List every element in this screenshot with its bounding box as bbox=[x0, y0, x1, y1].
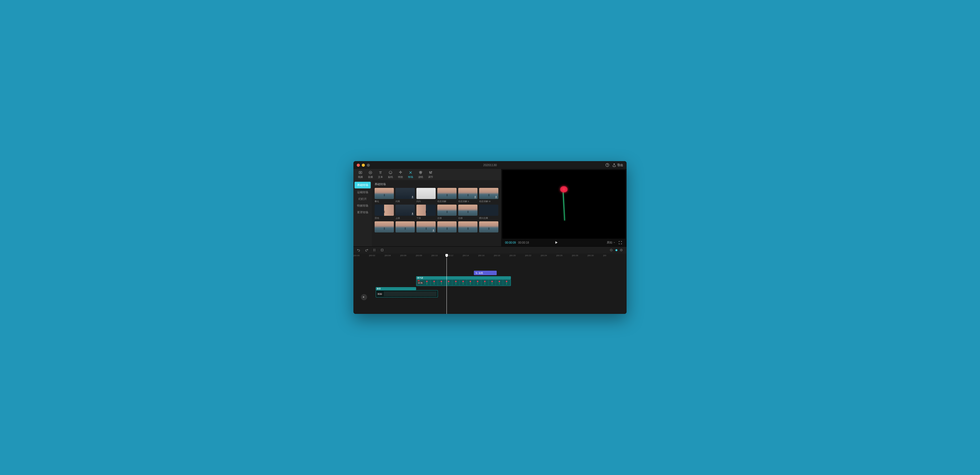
sidebar-item-camera[interactable]: 运镜转场 bbox=[353, 189, 372, 196]
svg-point-15 bbox=[430, 172, 431, 173]
play-button[interactable] bbox=[554, 241, 558, 244]
transition-sidebar: 基础转场 运镜转场 幻灯片 特效转场 遮罩转场 bbox=[353, 180, 372, 246]
transition-thumb[interactable] bbox=[438, 222, 457, 233]
thumb-label: 右移 bbox=[458, 217, 477, 220]
clip-effect-label: 自然 bbox=[479, 271, 483, 274]
timeline-ruler[interactable]: |00:00|00:02|00:04|00:06|00:08|00:10|00:… bbox=[353, 253, 627, 258]
transition-thumb[interactable] bbox=[417, 222, 436, 233]
thumb-label: 闪黑 bbox=[396, 200, 415, 203]
timeline-toolbar bbox=[353, 247, 627, 253]
thumb-label: 色彩溶解 III bbox=[479, 200, 498, 203]
sidebar-item-basic[interactable]: 基础转场 bbox=[355, 182, 371, 188]
transition-thumb[interactable]: 上移 bbox=[396, 205, 415, 220]
sidebar-item-mask[interactable]: 遮罩转场 bbox=[353, 209, 372, 216]
zoom-out-button[interactable] bbox=[609, 249, 613, 252]
tab-adjust[interactable]: 调节 bbox=[426, 169, 435, 180]
audio-waveform bbox=[383, 291, 436, 296]
time-total: 00:00:18 bbox=[518, 241, 529, 244]
track-controls bbox=[353, 258, 375, 314]
transition-thumb[interactable] bbox=[396, 222, 415, 233]
export-button[interactable]: 导出 bbox=[612, 163, 623, 167]
mute-button[interactable] bbox=[361, 294, 367, 300]
preview-content bbox=[557, 186, 571, 222]
transition-thumb[interactable]: 左移 bbox=[438, 205, 457, 220]
transition-thumb[interactable]: 下移 bbox=[417, 205, 436, 220]
traffic-lights bbox=[357, 164, 370, 167]
tab-text[interactable]: 文本 bbox=[376, 169, 385, 180]
tab-video[interactable]: 视频 bbox=[356, 169, 365, 180]
video-icon bbox=[358, 170, 363, 175]
transition-thumb[interactable]: 右移 bbox=[458, 205, 477, 220]
fullscreen-button[interactable] bbox=[618, 240, 623, 245]
transition-thumb[interactable] bbox=[479, 222, 498, 233]
media-panel: 视频 音频 文本 贴纸 特效 转场 滤镜 调节 基础转场 运镜转场 幻灯片 特效… bbox=[353, 169, 501, 246]
clip-video[interactable]: 12.3s bbox=[416, 279, 511, 286]
clip-video-duration: 12.3s bbox=[417, 282, 423, 284]
thumb-label: 闪白 bbox=[417, 200, 436, 203]
clip-filter-label: 蒸汽波 bbox=[417, 277, 423, 279]
clip-audio-duration: 8.1s bbox=[377, 293, 382, 295]
thumb-label: 下移 bbox=[417, 217, 436, 220]
window-title: 20201130 bbox=[483, 163, 497, 167]
timeline-tracks[interactable]: 自然 蒸汽波 12.3s 飘雪 8.1s bbox=[353, 258, 627, 314]
transition-thumb[interactable] bbox=[458, 222, 477, 233]
split-button[interactable] bbox=[372, 248, 376, 252]
thumb-label: 左移 bbox=[438, 217, 457, 220]
redo-button[interactable] bbox=[364, 248, 369, 252]
tab-sticker[interactable]: 贴纸 bbox=[386, 169, 395, 180]
category-title: 基础转场 bbox=[375, 182, 498, 186]
zoom-in-button[interactable] bbox=[620, 249, 623, 252]
help-button[interactable] bbox=[605, 163, 609, 167]
clip-audio[interactable]: 8.1s bbox=[376, 290, 438, 297]
clip-effect[interactable]: 自然 bbox=[474, 271, 497, 275]
clip-filter[interactable]: 蒸汽波 bbox=[416, 276, 511, 279]
tab-audio[interactable]: 音频 bbox=[366, 169, 375, 180]
tab-filter[interactable]: 滤镜 bbox=[416, 169, 425, 180]
thumb-label: 滑动 bbox=[375, 217, 394, 220]
maximize-window-button[interactable] bbox=[367, 164, 370, 167]
sidebar-item-slide[interactable]: 幻灯片 bbox=[353, 196, 372, 202]
upper-panels: 视频 音频 文本 贴纸 特效 转场 滤镜 调节 基础转场 运镜转场 幻灯片 特效… bbox=[353, 169, 627, 246]
zoom-indicator[interactable] bbox=[616, 249, 617, 251]
export-label: 导出 bbox=[617, 163, 623, 167]
thumb-label: 色彩溶解 bbox=[438, 200, 457, 203]
filter-icon bbox=[418, 170, 423, 175]
transition-thumb[interactable]: 色彩溶解 III bbox=[479, 188, 498, 203]
timeline-panel: |00:00|00:02|00:04|00:06|00:08|00:10|00:… bbox=[353, 246, 627, 314]
undo-button[interactable] bbox=[357, 248, 361, 252]
transition-thumb[interactable]: 横向拉幕 bbox=[479, 205, 498, 220]
adjust-icon bbox=[428, 170, 433, 175]
chevron-down-icon bbox=[613, 241, 616, 244]
clip-audio-label: 飘雪 bbox=[377, 287, 381, 290]
clip-audio-header[interactable]: 飘雪 bbox=[376, 287, 416, 290]
tab-effect[interactable]: 特效 bbox=[396, 169, 405, 180]
tab-transition[interactable]: 转场 bbox=[406, 169, 415, 180]
close-window-button[interactable] bbox=[357, 164, 360, 167]
transition-thumb[interactable]: 闪白 bbox=[417, 188, 436, 203]
svg-point-16 bbox=[431, 171, 432, 172]
svg-point-25 bbox=[476, 273, 477, 274]
preview-video[interactable] bbox=[502, 170, 625, 239]
transition-thumb[interactable]: 叠化 bbox=[375, 188, 394, 203]
media-tabs: 视频 音频 文本 贴纸 特效 转场 滤镜 调节 bbox=[353, 169, 501, 180]
effect-clip-icon bbox=[475, 272, 478, 274]
transition-thumb[interactable]: 色彩溶解 bbox=[438, 188, 457, 203]
transition-thumb[interactable] bbox=[375, 222, 394, 233]
transition-grid: 基础转场 叠化闪黑闪白色彩溶解色彩溶解 II色彩溶解 III滑动上移下移左移右移… bbox=[372, 180, 501, 246]
text-icon bbox=[378, 170, 383, 175]
crop-button[interactable] bbox=[380, 248, 384, 252]
transition-icon bbox=[408, 170, 413, 175]
thumb-label: 色彩溶解 II bbox=[458, 200, 477, 203]
svg-marker-4 bbox=[360, 172, 361, 173]
transition-thumb[interactable]: 色彩溶解 II bbox=[458, 188, 477, 203]
transition-thumb[interactable]: 滑动 bbox=[375, 205, 394, 220]
transition-thumb[interactable]: 闪黑 bbox=[396, 188, 415, 203]
ratio-selector[interactable]: 原始 bbox=[607, 241, 616, 244]
svg-rect-18 bbox=[381, 249, 383, 251]
minimize-window-button[interactable] bbox=[362, 164, 365, 167]
svg-point-5 bbox=[369, 171, 372, 174]
sidebar-item-effect[interactable]: 特效转场 bbox=[353, 202, 372, 209]
sticker-icon bbox=[388, 170, 393, 175]
svg-point-7 bbox=[389, 171, 392, 174]
thumb-label: 横向拉幕 bbox=[479, 217, 498, 220]
